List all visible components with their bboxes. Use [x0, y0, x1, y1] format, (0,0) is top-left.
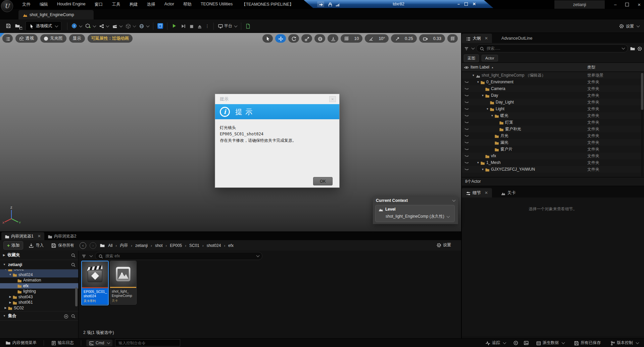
outliner-row[interactable]: ▼ 0_Environment文件夹 [462, 79, 644, 85]
menu-select[interactable]: 选择 [147, 2, 155, 7]
tab-content-browser-1[interactable]: 内容浏览器1 ✕ [1, 232, 44, 240]
save-all-button[interactable]: 保存所有 [49, 243, 76, 248]
editor-modes-dropdown[interactable] [137, 22, 151, 30]
outliner-row[interactable]: ▼ Camera文件夹 [462, 85, 644, 92]
outliner-row[interactable]: ▼ 窗户补光文件夹 [462, 126, 644, 132]
search-icon[interactable] [71, 262, 75, 267]
select-tool-button[interactable] [262, 34, 273, 43]
search-options-chevron[interactable] [256, 254, 260, 257]
console-command-box[interactable] [115, 339, 180, 346]
blue-panel-icon[interactable] [156, 22, 165, 30]
tree-item-lighting[interactable]: ▶ lighting [0, 289, 78, 294]
crumb-efx[interactable]: efx [228, 243, 234, 248]
filter-actor-button[interactable]: Actor [482, 55, 498, 61]
expander-icon[interactable]: ▼ [485, 107, 490, 111]
eye-closed-icon[interactable] [462, 127, 470, 131]
expander-icon[interactable]: ▼ [481, 94, 485, 97]
eye-closed-icon[interactable] [462, 167, 470, 172]
node-graph-dropdown[interactable] [97, 22, 110, 30]
perspective-dropdown[interactable]: 透视 [15, 34, 38, 43]
search-icon[interactable] [71, 253, 75, 257]
project-launcher-icon[interactable] [244, 22, 252, 30]
expander-icon[interactable]: ▼ [481, 168, 485, 171]
menu-teones-utilities[interactable]: TEONES Utilities [201, 2, 233, 7]
target-icon[interactable] [513, 340, 518, 345]
cube-dropdown[interactable] [124, 22, 137, 30]
outliner-row[interactable]: ▼ 月光文件夹 [462, 132, 644, 139]
eye-closed-icon[interactable] [462, 147, 470, 151]
tree-item-sc01[interactable]: ▼ SC01 [0, 269, 78, 272]
expander-icon[interactable]: ▼ [3, 314, 6, 317]
close-button[interactable]: × [638, 2, 641, 7]
crumb-content[interactable]: 内容 [120, 243, 128, 248]
search-options-chevron[interactable] [622, 46, 625, 50]
toolbar-settings-dropdown[interactable]: 设置 [619, 19, 639, 33]
play-button[interactable] [170, 22, 179, 30]
blueprints-dropdown[interactable] [70, 22, 84, 30]
filter-chevron-icon[interactable] [472, 46, 475, 50]
crumb-shot024[interactable]: shot024 [207, 243, 221, 248]
rotate-tool-button[interactable] [288, 34, 299, 43]
unreal-logo-icon[interactable]: U [1, 0, 13, 12]
remote-session-bar[interactable]: tdxr82 – ✕ [304, 0, 493, 8]
menu-tools[interactable]: 工具 [112, 2, 120, 7]
world-local-toggle[interactable] [314, 34, 325, 43]
screenshot-icon[interactable] [524, 340, 529, 345]
new-folder-icon[interactable] [630, 46, 635, 51]
outliner-row[interactable]: ▼ Day_Light文件夹 [462, 99, 644, 105]
viewport-menu-button[interactable] [2, 34, 13, 43]
grid-snap-control[interactable]: 10 [341, 34, 363, 43]
expander-icon[interactable]: ▼ [476, 161, 480, 164]
outliner-row[interactable]: ▼ 暖光文件夹 [462, 112, 644, 119]
current-level-dropdown[interactable]: shot_light_EngineComp (永久性) [386, 214, 452, 219]
eye-closed-icon[interactable] [462, 80, 470, 84]
crumb-ep005[interactable]: EP005 [170, 243, 182, 248]
menu-houdini-engine[interactable]: Houdini Engine [57, 2, 86, 7]
close-tab-icon[interactable]: ✕ [38, 234, 41, 238]
filter-chevron-icon[interactable] [90, 254, 93, 257]
tree-item-animation[interactable]: ▶ Animation [0, 277, 78, 283]
outliner-row[interactable]: ▼ shot_light_EngineComp （编辑器）世界场景 [462, 72, 644, 79]
menu-window[interactable]: 窗口 [95, 2, 103, 7]
eye-closed-icon[interactable] [462, 140, 470, 145]
tree-item-shot061[interactable]: ▶ shot061 [0, 300, 78, 305]
outliner-row[interactable]: ▼ 1_Mesh文件夹 [462, 159, 644, 166]
expander-icon[interactable]: ▼ [3, 263, 6, 266]
eye-closed-icon[interactable] [462, 161, 470, 165]
expander-icon[interactable]: ▶ [3, 254, 5, 257]
current-context-header[interactable]: Current Context [373, 197, 458, 205]
outliner-row[interactable]: ▼ Light文件夹 [462, 105, 644, 112]
outliner-row[interactable]: ▼ 漏光文件夹 [462, 139, 644, 146]
tree-item-efx[interactable]: ▶ efx [0, 283, 78, 289]
asset-search-input[interactable] [105, 253, 253, 259]
eye-closed-icon[interactable] [462, 87, 470, 91]
outliner-row[interactable]: ▼ vfx文件夹 [462, 153, 644, 159]
eye-closed-icon[interactable] [462, 134, 470, 138]
eject-button[interactable] [195, 23, 203, 30]
move-tool-button[interactable] [275, 34, 286, 43]
stop-button[interactable] [187, 23, 195, 30]
output-log-button[interactable]: 输出日志 [49, 340, 76, 346]
forward-button[interactable]: › [90, 242, 96, 249]
all-saved-indicator[interactable]: 所有已保存 [572, 340, 603, 346]
add-actor-dropdown[interactable] [84, 22, 97, 30]
tree-item-sc02[interactable]: ▶ SC02 [0, 305, 78, 311]
view-mode-dropdown[interactable]: 无光照 [40, 34, 66, 43]
menu-build[interactable]: 构建 [130, 2, 138, 7]
path-folder-icon[interactable] [100, 243, 105, 248]
tree-item-shot043[interactable]: ▶ shot043 [0, 294, 78, 300]
expander-icon[interactable]: ▼ [476, 81, 480, 84]
eye-closed-icon[interactable] [462, 93, 470, 98]
menu-edit[interactable]: 编辑 [40, 2, 48, 7]
outliner-search-box[interactable] [476, 44, 628, 52]
camera-speed-control[interactable]: 0.33 [419, 34, 445, 43]
filter-blueprint-button[interactable]: 蓝图 [464, 54, 479, 62]
content-browser-settings[interactable]: 设置 [436, 242, 451, 248]
remote-restore-button[interactable] [464, 2, 468, 6]
outliner-row[interactable]: ▼ Day文件夹 [462, 92, 644, 99]
eye-closed-icon[interactable] [462, 114, 470, 118]
cinematics-dropdown[interactable] [110, 22, 124, 30]
menu-teamones-pipeline[interactable]: 【TEAMONES PIPELINE】 [242, 2, 294, 7]
scale-tool-button[interactable] [301, 34, 312, 43]
outliner-row[interactable]: ▼ GJXYCZSFCJ_YAIWUN文件夹 [462, 166, 644, 173]
